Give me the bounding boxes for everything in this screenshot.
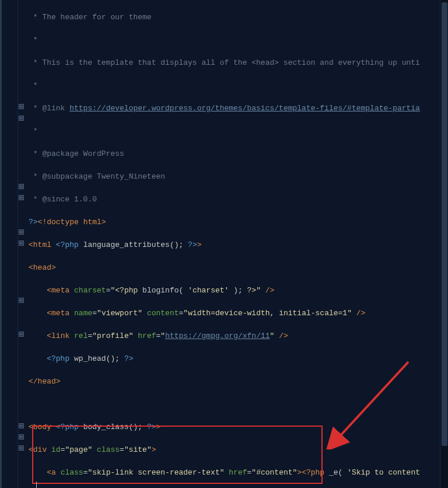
code-text: * @subpackage Twenty_Nineteen bbox=[29, 172, 165, 181]
code-text: language_attributes bbox=[79, 240, 170, 249]
code-text: <! bbox=[38, 218, 47, 226]
code-text: <?php bbox=[47, 354, 69, 363]
code-text: ?>" bbox=[247, 286, 261, 295]
code-text: /> bbox=[274, 332, 288, 340]
code-text: < bbox=[47, 468, 51, 477]
code-text: link bbox=[51, 332, 69, 340]
code-text: (); bbox=[106, 354, 124, 363]
code-text: * bbox=[29, 36, 38, 44]
code-text: ( bbox=[179, 286, 188, 295]
code-text: /> bbox=[261, 286, 274, 295]
code-text: "skip-link screen-reader-text" bbox=[88, 468, 224, 477]
code-text: ( bbox=[338, 468, 348, 477]
code-text: href bbox=[134, 332, 156, 340]
fold-marker[interactable]: − bbox=[19, 104, 24, 109]
code-text: < bbox=[29, 423, 33, 431]
code-text: > bbox=[56, 377, 61, 386]
fold-marker[interactable]: − bbox=[19, 423, 24, 428]
code-text: /> bbox=[352, 309, 365, 318]
code-text: meta bbox=[51, 309, 69, 318]
fold-marker[interactable]: − bbox=[19, 332, 24, 337]
code-text: bloginfo bbox=[142, 286, 178, 295]
code-text: head bbox=[33, 263, 51, 272]
code-editor: − − − − − − − − − − − * The header for o… bbox=[0, 0, 448, 488]
code-text: https://gmpg.org/xfn/11 bbox=[165, 332, 270, 340]
fold-marker[interactable]: − bbox=[19, 116, 24, 121]
code-text: ?> bbox=[188, 240, 197, 249]
code-text: > bbox=[156, 423, 161, 431]
code-text: </ bbox=[29, 377, 38, 386]
code-text: <?php bbox=[51, 423, 79, 431]
code-text: rel bbox=[69, 332, 88, 340]
code-text: > bbox=[102, 218, 106, 226]
code-text: 'Skip to content bbox=[347, 468, 420, 477]
code-text: meta bbox=[51, 286, 69, 295]
code-text: * bbox=[29, 127, 38, 135]
fold-marker[interactable]: − bbox=[19, 298, 24, 303]
code-text: class bbox=[92, 445, 120, 454]
code-text: > bbox=[152, 445, 156, 454]
fold-marker[interactable]: − bbox=[19, 184, 24, 189]
code-text: (); bbox=[129, 423, 147, 431]
code-text: "site" bbox=[124, 445, 152, 454]
code-text: content bbox=[142, 309, 178, 318]
code-text: body_class bbox=[79, 423, 129, 431]
code-text: id bbox=[47, 445, 60, 454]
code-text: "viewport" bbox=[97, 309, 142, 318]
code-text: a bbox=[51, 468, 56, 477]
code-text: html bbox=[33, 240, 51, 249]
code-text: (); bbox=[170, 240, 188, 249]
code-text: ?> bbox=[147, 423, 156, 431]
fold-marker[interactable]: − bbox=[19, 240, 24, 246]
code-text: < bbox=[47, 286, 51, 295]
fold-marker[interactable]: − bbox=[19, 434, 24, 440]
code-text: charset bbox=[69, 286, 106, 295]
code-text: * @since 1.0.0 bbox=[29, 195, 97, 204]
code-text: = bbox=[92, 309, 97, 318]
code-text: <?php bbox=[51, 240, 79, 249]
fold-marker[interactable]: − bbox=[19, 229, 24, 235]
code-text: doctype bbox=[47, 218, 79, 226]
fold-marker[interactable]: − bbox=[19, 445, 24, 451]
code-text: < bbox=[29, 240, 33, 249]
code-text: * bbox=[29, 81, 38, 90]
code-text: class bbox=[56, 468, 83, 477]
code-text: "#content" bbox=[251, 468, 297, 477]
code-text: head bbox=[38, 377, 56, 386]
code-text: ?> bbox=[124, 354, 134, 363]
code-text: "page" bbox=[65, 445, 92, 454]
code-text: "width=device-width, initial-scale=1" bbox=[183, 309, 352, 318]
code-text: * This is the template that displays all… bbox=[29, 58, 420, 67]
code-text: " bbox=[160, 332, 165, 340]
code-text: _e bbox=[329, 468, 338, 477]
code-text: > bbox=[51, 263, 56, 272]
code-text: < bbox=[29, 445, 33, 454]
code-text: ?> bbox=[29, 218, 38, 226]
gutter bbox=[2, 0, 18, 488]
code-text: html bbox=[79, 218, 102, 226]
code-text: ><?php bbox=[297, 468, 329, 477]
fold-column: − − − − − − − − − − − bbox=[18, 0, 26, 488]
code-text: = bbox=[120, 445, 124, 454]
code-text: * The header for our theme bbox=[29, 13, 152, 22]
code-link: https://developer.wordpress.org/themes/b… bbox=[69, 104, 420, 113]
fold-marker[interactable]: − bbox=[19, 195, 24, 200]
code-text: href bbox=[225, 468, 247, 477]
code-text: 'charset' bbox=[188, 286, 229, 295]
code-text: < bbox=[29, 263, 33, 272]
code-text: "profile" bbox=[92, 332, 133, 340]
vertical-scrollbar[interactable] bbox=[440, 0, 448, 488]
code-text: ); bbox=[229, 286, 247, 295]
text-cursor bbox=[36, 482, 37, 488]
code-text: div bbox=[33, 445, 47, 454]
code-text: * @link bbox=[29, 104, 69, 113]
code-text: > bbox=[197, 240, 202, 249]
code-text: name bbox=[69, 309, 92, 318]
code-text: < bbox=[47, 309, 51, 318]
code-text: body bbox=[33, 423, 51, 431]
code-text: "<?php bbox=[110, 286, 142, 295]
code-text: * @package WordPress bbox=[29, 149, 124, 158]
scrollbar-thumb[interactable] bbox=[442, 2, 447, 446]
code-content[interactable]: * The header for our theme * * This is t… bbox=[26, 0, 448, 488]
code-text: < bbox=[47, 332, 51, 340]
